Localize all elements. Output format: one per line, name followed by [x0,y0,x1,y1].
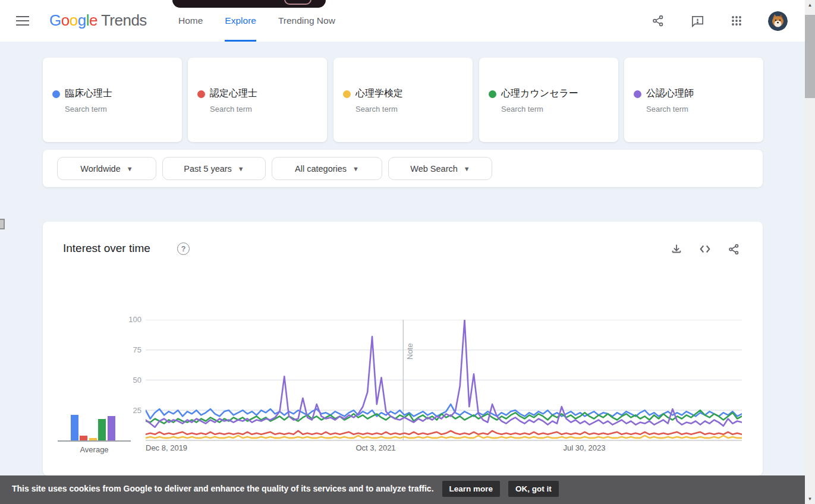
term-subtitle: Search term [646,105,688,114]
term-card-3[interactable]: 心理学検定 Search term [333,58,473,142]
share-icon[interactable] [650,13,666,29]
logo-google-word: Google [49,11,97,29]
filter-time-value: Past 5 years [184,164,232,174]
filter-search-type-value: Web Search [410,164,458,174]
average-bar [71,415,78,440]
learn-more-button[interactable]: Learn more [442,481,501,497]
series-color-dot [52,90,60,98]
term-subtitle: Search term [355,105,398,114]
filter-time-range[interactable]: Past 5 years▼ [162,157,266,180]
note-marker-label[interactable]: Note [405,344,414,360]
download-icon[interactable] [669,241,684,257]
filter-region[interactable]: Worldwide▼ [57,157,156,180]
toast-button-outline [284,0,311,5]
term-label: 心理カウンセラー [501,87,578,100]
chevron-down-icon: ▼ [353,165,359,172]
average-mini-chart [58,320,135,441]
chart-toolbar [669,241,741,257]
google-trends-logo[interactable]: GoogleTrends [49,11,147,30]
chevron-down-icon: ▼ [464,165,470,172]
scroll-down-arrow-icon[interactable]: ▼ [805,494,815,504]
ok-got-it-button[interactable]: OK, got it [508,481,559,497]
widget-title: Interest over time [63,242,150,255]
term-subtitle: Search term [501,105,543,114]
average-bar [80,436,87,440]
menu-icon[interactable] [16,16,29,26]
interest-over-time-widget: Interest over time ? 100 75 50 25 Note D… [43,222,763,475]
cookie-message: This site uses cookies from Google to de… [12,481,434,497]
chevron-down-icon: ▼ [238,165,244,172]
top-navigation-bar: GoogleTrends Home Explore Trending Now [0,0,815,42]
average-bar [98,419,106,441]
filter-bar: Worldwide▼ Past 5 years▼ All categories▼… [43,150,763,187]
term-label: 認定心理士 [210,87,257,100]
filter-region-value: Worldwide [80,164,120,174]
scroll-up-arrow-icon[interactable]: ▲ [805,0,815,10]
filter-category-value: All categories [295,164,347,174]
trend-chart-plot-area[interactable] [146,320,742,441]
dismissed-toast-remnant [172,0,326,8]
filter-category[interactable]: All categories▼ [272,157,382,180]
help-icon[interactable]: ? [177,242,190,255]
term-card-2[interactable]: 認定心理士 Search term [188,58,327,142]
x-tick: Dec 8, 2019 [146,443,187,452]
google-apps-icon[interactable] [729,13,744,29]
chevron-down-icon: ▼ [127,165,133,172]
term-subtitle: Search term [210,105,252,114]
series-color-dot [489,90,496,98]
vertical-scrollbar[interactable]: ▲ ▼ [805,0,815,504]
nav-icon-group [650,0,788,42]
average-axis-line [58,440,131,442]
x-tick: Jul 30, 2023 [564,443,606,452]
series-color-dot [634,90,641,98]
term-card-5[interactable]: 公認心理師 Search term [624,58,763,142]
term-card-4[interactable]: 心理カウンセラー Search term [479,58,618,142]
term-label: 公認心理師 [646,87,694,100]
edge-scroll-artifact [0,219,5,229]
series-color-dot [343,90,351,98]
term-card-1[interactable]: 臨床心理士 Search term [43,58,182,142]
cookie-consent-banner: This site uses cookies from Google to de… [0,475,805,504]
scrollbar-thumb[interactable] [805,15,815,98]
share-icon[interactable] [726,241,741,257]
filter-search-type[interactable]: Web Search▼ [388,157,492,180]
average-bar [108,416,115,440]
term-label: 心理学検定 [355,87,403,100]
term-label: 臨床心理士 [65,87,112,100]
embed-icon[interactable] [697,241,713,257]
account-avatar[interactable] [768,11,788,31]
feedback-icon[interactable] [690,13,705,29]
series-color-dot [197,90,205,98]
term-subtitle: Search term [65,105,107,114]
logo-trends-word: Trends [101,11,147,29]
average-label: Average [58,445,131,454]
x-tick: Oct 3, 2021 [355,443,395,452]
